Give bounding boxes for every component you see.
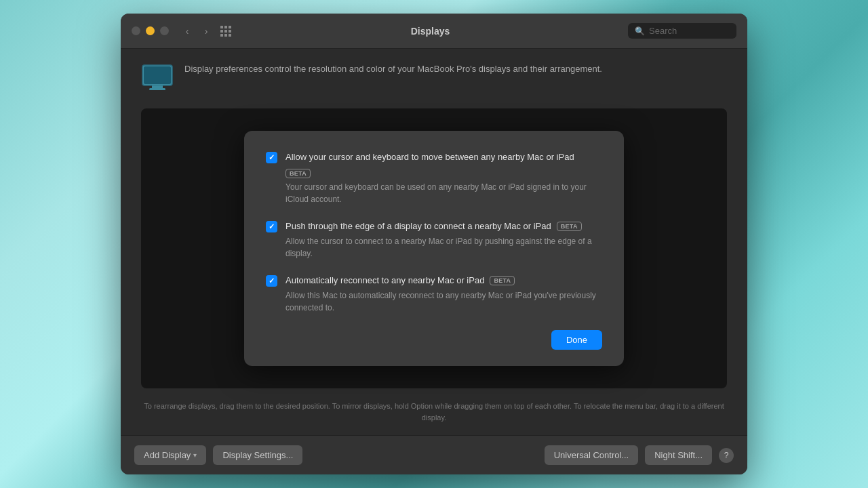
checkbox-desc-1: Your cursor and keyboard can be used on … [285, 181, 602, 205]
forward-button[interactable]: › [199, 24, 214, 39]
monitor-icon [141, 62, 174, 95]
add-display-button[interactable]: Add Display ▾ [134, 445, 206, 465]
add-display-label: Add Display [144, 450, 191, 460]
display-description: Display preferences control the resoluti… [184, 62, 602, 76]
chevron-down-icon: ▾ [193, 451, 197, 459]
beta-badge-2: BETA [557, 222, 582, 231]
display-area: ✓ Allow your cursor and keyboard to move… [141, 108, 727, 388]
svg-rect-2 [152, 85, 163, 88]
modal-overlay: ✓ Allow your cursor and keyboard to move… [141, 108, 727, 388]
checkbox-row-2: ✓ Push through the edge of a display to … [266, 220, 602, 260]
checkbox-1[interactable]: ✓ [266, 152, 277, 163]
hint-text: To rearrange displays, drag them to the … [141, 395, 727, 428]
help-label: ? [724, 451, 729, 460]
checkbox-desc-2: Allow the cursor to connect to a nearby … [285, 235, 602, 260]
checkmark-3: ✓ [269, 277, 275, 285]
checkbox-desc-3: Allow this Mac to automatically reconnec… [285, 289, 602, 314]
display-settings-label: Display Settings... [222, 450, 293, 460]
checkbox-label-3: Automatically reconnect to any nearby Ma… [285, 274, 484, 287]
search-icon: 🔍 [635, 26, 645, 36]
displays-window: ‹ › Displays 🔍 Search Display preference… [121, 14, 747, 474]
night-shift-button[interactable]: Night Shift... [645, 445, 712, 465]
checkbox-2[interactable]: ✓ [266, 221, 277, 232]
help-button[interactable]: ? [719, 448, 734, 463]
display-header: Display preferences control the resoluti… [141, 62, 727, 95]
checkbox-label-row-1: Allow your cursor and keyboard to move b… [285, 151, 602, 178]
done-button[interactable]: Done [551, 330, 602, 350]
checkbox-row-3: ✓ Automatically reconnect to any nearby … [266, 274, 602, 314]
close-button[interactable] [132, 26, 140, 35]
night-shift-label: Night Shift... [654, 450, 703, 460]
checkbox-label-row-3: Automatically reconnect to any nearby Ma… [285, 274, 602, 287]
modal-footer: Done [266, 330, 602, 350]
titlebar: ‹ › Displays 🔍 Search [121, 14, 747, 49]
universal-control-modal: ✓ Allow your cursor and keyboard to move… [244, 131, 624, 367]
search-placeholder: Search [649, 26, 677, 36]
toolbar: Add Display ▾ Display Settings... Univer… [121, 435, 747, 474]
checkbox-content-1: Allow your cursor and keyboard to move b… [285, 151, 602, 205]
grid-icon[interactable] [220, 26, 233, 37]
universal-control-button[interactable]: Universal Control... [545, 445, 639, 465]
checkbox-row-1: ✓ Allow your cursor and keyboard to move… [266, 151, 602, 205]
beta-badge-1: BETA [285, 169, 311, 178]
universal-control-label: Universal Control... [554, 450, 629, 460]
window-title: Displays [233, 26, 628, 37]
checkbox-content-2: Push through the edge of a display to co… [285, 220, 602, 260]
svg-rect-1 [144, 66, 171, 84]
minimize-button[interactable] [146, 26, 155, 35]
traffic-lights [132, 26, 169, 35]
zoom-button[interactable] [160, 26, 169, 35]
nav-buttons: ‹ › [180, 24, 214, 39]
checkbox-label-2: Push through the edge of a display to co… [285, 220, 551, 232]
checkbox-3[interactable]: ✓ [266, 275, 277, 287]
display-settings-button[interactable]: Display Settings... [213, 445, 302, 465]
main-content: Display preferences control the resoluti… [121, 49, 747, 435]
checkbox-content-3: Automatically reconnect to any nearby Ma… [285, 274, 602, 314]
search-bar[interactable]: 🔍 Search [628, 23, 736, 39]
checkbox-label-row-2: Push through the edge of a display to co… [285, 220, 602, 232]
checkmark-2: ✓ [269, 222, 275, 231]
checkmark-1: ✓ [269, 153, 275, 162]
beta-badge-3: BETA [490, 276, 515, 285]
svg-rect-3 [149, 88, 165, 90]
back-button[interactable]: ‹ [180, 24, 195, 39]
checkbox-label-1: Allow your cursor and keyboard to move b… [285, 151, 574, 163]
